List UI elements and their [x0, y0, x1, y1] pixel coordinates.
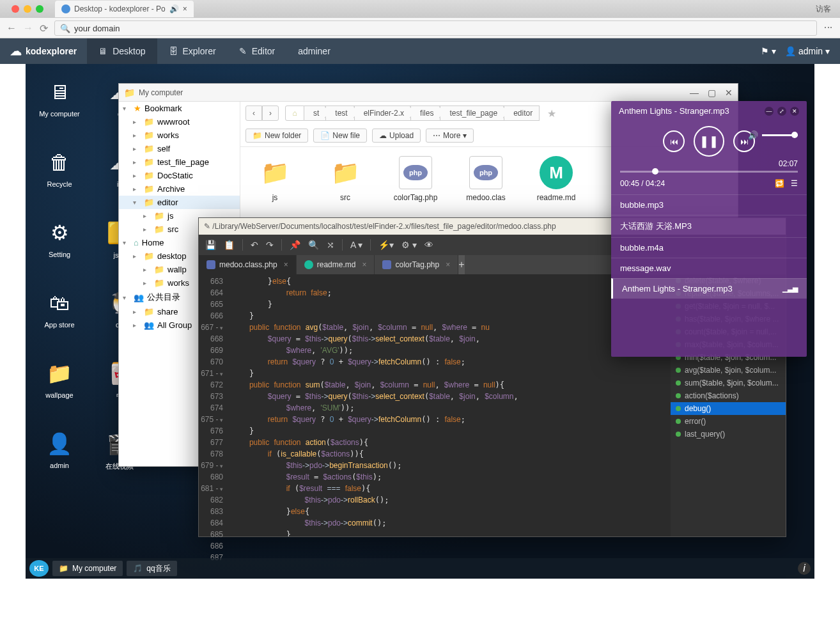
window-traffic-lights[interactable] [5, 5, 50, 13]
player-close-icon[interactable]: ✕ [790, 107, 799, 116]
taskbar-item[interactable]: 🎵 qq音乐 [127, 561, 176, 576]
outline-item[interactable]: debug() [671, 402, 786, 415]
playlist-item[interactable]: bubble.mp3 [611, 194, 807, 215]
outline-item[interactable]: action($actions) [671, 389, 786, 402]
file-item[interactable]: phpmedoo.clas [460, 156, 511, 202]
forward-button[interactable]: → [23, 22, 33, 34]
browser-menu-icon[interactable]: ⋮ [823, 23, 834, 33]
editor-tab[interactable]: colorTag.php× [375, 255, 458, 274]
breadcrumb-item[interactable]: files [411, 105, 440, 121]
tab-close-icon[interactable]: × [446, 260, 450, 269]
desktop-icon[interactable]: 🛍App store [31, 288, 88, 352]
breadcrumb-item[interactable]: editor [504, 105, 540, 121]
desktop-icon[interactable]: 🗑Recycle [31, 147, 88, 211]
font-icon[interactable]: A ▾ [350, 240, 362, 250]
tree-item[interactable]: ▸📁DocStatic [119, 169, 240, 182]
add-tab-button[interactable]: + [458, 255, 464, 274]
breadcrumb-item[interactable]: st [304, 105, 326, 121]
close-icon[interactable]: ✕ [725, 88, 733, 98]
editor-tab[interactable]: medoo.class.php× [199, 255, 297, 274]
gear-icon[interactable]: ⚙ ▾ [401, 240, 417, 250]
outline-item[interactable]: error() [671, 415, 786, 428]
search-icon[interactable]: 🔍 [308, 240, 319, 250]
tree-item[interactable]: ▸📁wwwroot [119, 115, 240, 129]
flag-icon[interactable]: ⚑ ▾ [761, 46, 776, 56]
file-item[interactable]: phpcolorTag.php [390, 156, 441, 202]
guest-label[interactable]: 访客 [807, 4, 840, 15]
save-icon[interactable]: 💾 [205, 240, 216, 250]
launcher-icon[interactable]: KE [29, 560, 49, 577]
eye-icon[interactable]: 👁 [424, 240, 433, 250]
minimize-icon[interactable]: — [690, 88, 699, 98]
shuffle-icon[interactable]: ⤭ [327, 240, 334, 250]
pin-icon[interactable]: 📌 [290, 240, 300, 250]
nav-forward-button[interactable]: › [262, 105, 279, 121]
breadcrumb-item[interactable]: elFinder-2.x [355, 105, 411, 121]
search-icon: 🔍 [60, 24, 70, 33]
nav-editor[interactable]: ✎Editor [228, 38, 287, 64]
repeat-icon[interactable]: 🔁 [775, 179, 784, 188]
player-expand-icon[interactable]: ⤢ [777, 107, 786, 116]
playlist-item[interactable]: message.wav [611, 258, 807, 278]
desktop-icon[interactable]: 🖥My computer [31, 77, 88, 141]
breadcrumb-item[interactable]: test_file_page [440, 105, 504, 121]
tab-close-icon[interactable]: × [284, 260, 288, 269]
more-button[interactable]: ⋯ More ▾ [426, 129, 474, 143]
outline-item[interactable]: last_query() [671, 428, 786, 441]
redo-icon[interactable]: ↷ [266, 240, 274, 250]
wand-icon[interactable]: ⚡▾ [378, 240, 394, 250]
playlist-item[interactable]: bubble.m4a [611, 237, 807, 258]
tab-close-icon[interactable]: × [183, 4, 187, 13]
browser-tab[interactable]: Desktop - kodexplorer - Po 🔊 × [55, 1, 194, 17]
file-item[interactable]: 📁src [320, 156, 371, 202]
info-icon[interactable]: i [798, 562, 811, 575]
playlist-item[interactable]: Anthem Lights - Stranger.mp3▁▃▅ [611, 278, 807, 299]
playlist-icon[interactable]: ☰ [791, 179, 798, 188]
prev-button[interactable]: ⏮ [663, 130, 685, 152]
reload-button[interactable]: ⟳ [40, 22, 48, 35]
player-minimize-icon[interactable]: — [765, 107, 774, 116]
brand[interactable]: ☁ kodexplorer [0, 44, 87, 58]
tab-audio-icon[interactable]: 🔊 [169, 4, 179, 13]
tab-close-icon[interactable]: × [362, 260, 366, 269]
outline-item[interactable]: avg($table, $join, $colum... [671, 364, 786, 377]
seek-bar[interactable]: 02:07 [620, 171, 798, 173]
nav-desktop[interactable]: 🖥Desktop [87, 38, 157, 64]
newfolder-button[interactable]: 📁 New folder [245, 129, 308, 143]
tree-item[interactable]: ▸📁test_file_page [119, 155, 240, 169]
undo-icon[interactable]: ↶ [251, 240, 258, 250]
address-bar[interactable]: 🔍 your domain [54, 20, 817, 36]
volume-slider[interactable] [762, 134, 798, 136]
music-player[interactable]: Anthem Lights - Stranger.mp3 — ⤢ ✕ ⏮ ❚❚ … [611, 101, 807, 357]
back-button[interactable]: ← [6, 22, 17, 34]
desktop-icon[interactable]: 📁wallpage [31, 358, 88, 422]
crumb-home-icon[interactable]: ⌂ [285, 105, 304, 121]
breadcrumb-item[interactable]: test [326, 105, 354, 121]
file-item[interactable]: 📁js [249, 156, 300, 202]
desktop[interactable]: 🖥My computer ☁q 🗑Recycle ☁ic ⚙Setting 🟨j… [26, 64, 814, 579]
file-item[interactable]: Mreadme.md [531, 156, 582, 202]
tree-item[interactable]: ▸📁self [119, 142, 240, 155]
maximize-icon[interactable]: ▢ [708, 88, 716, 98]
desktop-icon[interactable]: 👤admin [31, 428, 88, 492]
copy-icon[interactable]: 📋 [224, 240, 235, 250]
desktop-icon[interactable]: ⚙Setting [31, 217, 88, 281]
pause-button[interactable]: ❚❚ [694, 126, 724, 157]
bookmark-star-icon[interactable]: ★ [547, 107, 556, 120]
editor-tab[interactable]: readme.md× [297, 255, 375, 274]
taskbar[interactable]: KE 📁 My computer 🎵 qq音乐 i [26, 558, 814, 579]
user-menu[interactable]: 👤 admin ▾ [785, 46, 830, 56]
tree-item[interactable]: ▸📁Archive [119, 182, 240, 196]
outline-item[interactable]: sum($table, $join, $colum... [671, 377, 786, 389]
newfile-button[interactable]: 📄 New file [313, 129, 367, 143]
upload-button[interactable]: ☁ Upload [372, 129, 421, 143]
tree-item[interactable]: ▾📁editor [119, 196, 240, 209]
playlist-item[interactable]: 大话西游 天浴.MP3 [611, 215, 807, 237]
taskbar-item[interactable]: 📁 My computer [52, 561, 123, 576]
nav-back-button[interactable]: ‹ [245, 105, 262, 121]
duration-label: 02:07 [779, 159, 798, 168]
nav-explorer[interactable]: 🗄Explorer [157, 38, 228, 64]
nav-adminer[interactable]: adminer [286, 38, 342, 64]
tree-item[interactable]: ▸📁works [119, 129, 240, 142]
volume-icon[interactable]: 🔊 [748, 130, 758, 140]
